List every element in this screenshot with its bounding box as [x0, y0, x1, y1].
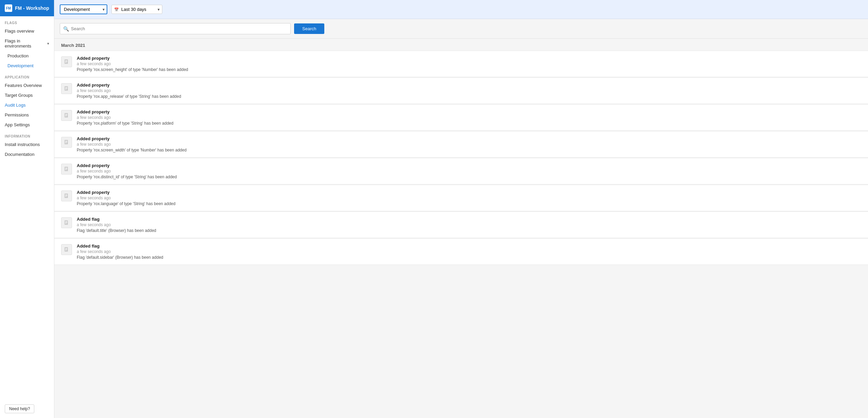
- svg-rect-3: [65, 60, 67, 61]
- search-button[interactable]: Search: [294, 23, 324, 34]
- log-item: Added property a few seconds ago Propert…: [54, 131, 868, 158]
- sidebar-item-flags-in-environments[interactable]: Flags in environments ▾: [0, 36, 54, 51]
- svg-rect-23: [65, 195, 67, 195]
- date-select-wrapper: Last 30 days Last 7 days Last 90 days La…: [111, 5, 162, 14]
- sidebar-item-development[interactable]: Development: [0, 61, 54, 71]
- log-content: Added property a few seconds ago Propert…: [77, 109, 861, 126]
- development-label: Development: [7, 63, 34, 68]
- svg-rect-15: [65, 141, 67, 141]
- log-description: Property 'rox.language' of type 'String'…: [77, 201, 861, 206]
- document-icon: [64, 193, 69, 199]
- log-title: Added property: [77, 56, 861, 61]
- log-content: Added flag a few seconds ago Flag 'defau…: [77, 243, 861, 260]
- log-description: Flag 'default.sidebar' (Browser) has bee…: [77, 255, 861, 260]
- svg-rect-27: [65, 221, 67, 222]
- log-time: a few seconds ago: [77, 196, 861, 200]
- environment-select[interactable]: Development Production Staging: [60, 4, 107, 14]
- app-title: FM - Workshop: [15, 5, 49, 11]
- log-icon: [61, 190, 72, 201]
- log-description: Property 'rox.app_release' of type 'Stri…: [77, 94, 861, 99]
- production-label: Production: [7, 53, 29, 58]
- log-description: Property 'rox.screen_width' of type 'Num…: [77, 148, 861, 152]
- log-item: Added flag a few seconds ago Flag 'defau…: [54, 212, 868, 238]
- need-help-button[interactable]: Need help?: [5, 404, 34, 413]
- log-content: Added property a few seconds ago Propert…: [77, 163, 861, 179]
- svg-rect-20: [65, 169, 67, 169]
- log-icon: [61, 217, 72, 228]
- svg-rect-29: [65, 223, 67, 223]
- svg-rect-31: [65, 248, 67, 249]
- log-icon: [61, 244, 72, 255]
- svg-rect-13: [65, 116, 67, 116]
- app-settings-label: App Settings: [5, 122, 30, 127]
- documentation-label: Documentation: [5, 152, 34, 157]
- log-time: a few seconds ago: [77, 88, 861, 93]
- install-instructions-label: Install instructions: [5, 142, 40, 147]
- svg-rect-9: [65, 89, 67, 89]
- svg-rect-25: [65, 196, 67, 197]
- document-icon: [64, 140, 69, 145]
- log-item: Added property a few seconds ago Propert…: [54, 51, 868, 77]
- log-item: Added property a few seconds ago Propert…: [54, 104, 868, 131]
- flags-overview-label: Flags overview: [5, 29, 34, 34]
- chevron-down-icon: ▾: [47, 41, 49, 46]
- application-section-label: APPLICATION: [0, 71, 54, 80]
- log-icon: [61, 137, 72, 148]
- log-time: a few seconds ago: [77, 222, 861, 227]
- sidebar-item-install-instructions[interactable]: Install instructions: [0, 140, 54, 149]
- document-icon: [64, 247, 69, 252]
- search-input[interactable]: [60, 23, 291, 34]
- sidebar-item-production[interactable]: Production: [0, 51, 54, 61]
- document-icon: [64, 86, 69, 91]
- svg-rect-7: [65, 87, 67, 88]
- log-description: Property 'rox.distinct_id' of type 'Stri…: [77, 175, 861, 179]
- log-item: Added property a few seconds ago Propert…: [54, 158, 868, 184]
- log-description: Flag 'default.title' (Browser) has been …: [77, 228, 861, 233]
- log-time: a few seconds ago: [77, 249, 861, 254]
- document-icon: [64, 166, 69, 172]
- svg-rect-16: [65, 142, 67, 142]
- log-time: a few seconds ago: [77, 115, 861, 120]
- log-content: Added flag a few seconds ago Flag 'defau…: [77, 217, 861, 233]
- sidebar-item-app-settings[interactable]: App Settings: [0, 120, 54, 130]
- sidebar: FM FM - Workshop FLAGS Flags overview Fl…: [0, 0, 54, 418]
- app-logo: FM: [5, 4, 12, 12]
- sidebar-header: FM FM - Workshop: [0, 0, 54, 16]
- main-area: Development Production Staging Last 30 d…: [54, 0, 868, 418]
- log-time: a few seconds ago: [77, 61, 861, 66]
- log-list: Added property a few seconds ago Propert…: [54, 51, 868, 265]
- sidebar-item-target-groups[interactable]: Target Groups: [0, 90, 54, 100]
- document-icon: [64, 113, 69, 118]
- log-title: Added property: [77, 163, 861, 168]
- svg-rect-32: [65, 249, 67, 250]
- log-title: Added property: [77, 136, 861, 141]
- svg-rect-17: [65, 143, 67, 143]
- log-time: a few seconds ago: [77, 142, 861, 147]
- sidebar-item-features-overview[interactable]: Features Overview: [0, 80, 54, 90]
- features-overview-label: Features Overview: [5, 83, 42, 88]
- svg-rect-11: [65, 114, 67, 114]
- log-title: Added property: [77, 109, 861, 114]
- log-content: Added property a few seconds ago Propert…: [77, 56, 861, 72]
- log-description: Property 'rox.screen_height' of type 'Nu…: [77, 67, 861, 72]
- log-content: Added property a few seconds ago Propert…: [77, 136, 861, 152]
- sidebar-item-audit-logs[interactable]: Audit Logs: [0, 100, 54, 110]
- log-description: Property 'rox.platform' of type 'String'…: [77, 121, 861, 126]
- content-area: March 2021 Added property a few seconds …: [54, 39, 868, 418]
- log-icon: [61, 110, 72, 121]
- svg-rect-8: [65, 88, 67, 89]
- search-bar: 🔍 Search: [54, 19, 868, 39]
- log-content: Added property a few seconds ago Propert…: [77, 190, 861, 206]
- log-icon: [61, 56, 72, 67]
- log-item: Added property a few seconds ago Propert…: [54, 77, 868, 104]
- sidebar-item-permissions[interactable]: Permissions: [0, 110, 54, 120]
- sidebar-item-flags-overview[interactable]: Flags overview: [0, 26, 54, 36]
- log-icon: [61, 164, 72, 175]
- sidebar-item-documentation[interactable]: Documentation: [0, 149, 54, 159]
- log-title: Added property: [77, 83, 861, 88]
- document-icon: [64, 59, 69, 65]
- svg-rect-5: [65, 62, 67, 62]
- svg-rect-12: [65, 115, 67, 115]
- section-date: March 2021: [54, 39, 868, 51]
- date-range-select[interactable]: Last 30 days Last 7 days Last 90 days La…: [111, 5, 162, 14]
